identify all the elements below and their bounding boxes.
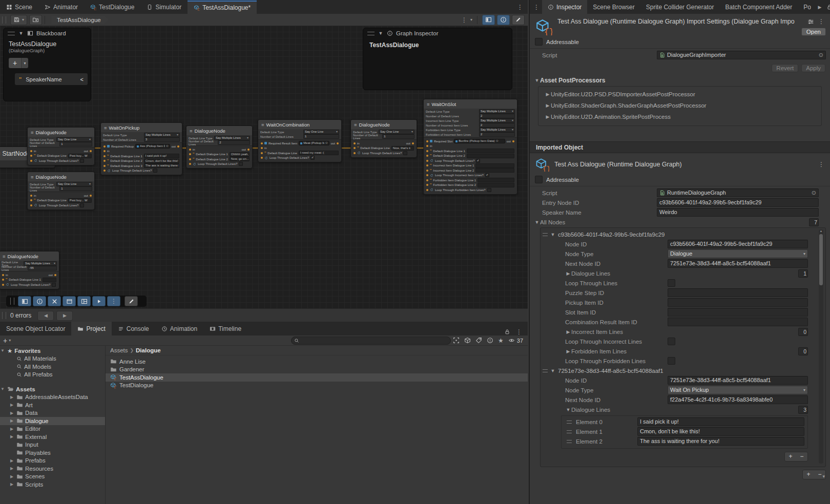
add-property-dropdown[interactable]: ▾ xyxy=(21,58,28,68)
dialogue-line-field[interactable] xyxy=(467,149,514,153)
prev-error-button[interactable]: ◀ xyxy=(37,311,54,321)
dialogue-line-field[interactable] xyxy=(478,183,514,187)
postprocessor-item[interactable]: ▶UnityEditor.U2D.PSD.PSDImporterAssetPos… xyxy=(538,89,821,100)
port-dot[interactable] xyxy=(426,140,428,142)
graph-canvas[interactable]: ≡StartNode SpeakerNameout≡DialogueNodeDe… xyxy=(0,26,528,308)
checkbox[interactable] xyxy=(668,338,675,345)
node-group-header[interactable]: ▼c93b5606-401f-49a2-99b5-9ecbf1fa9c29 xyxy=(541,229,812,239)
next-error-button[interactable]: ▶ xyxy=(56,311,73,321)
dialogue-line-field[interactable]: I need my meat :( xyxy=(299,151,339,155)
tab-scene[interactable]: Scene xyxy=(0,1,38,14)
out-port[interactable] xyxy=(412,142,414,144)
graph-tool-layout-button[interactable] xyxy=(77,296,91,306)
port-dot[interactable] xyxy=(426,189,428,191)
node-prop-dropdown[interactable]: Say One Line▾ xyxy=(56,182,92,186)
window-more-menu-icon[interactable]: ⋮ xyxy=(515,4,525,11)
drag-handle-icon[interactable] xyxy=(8,32,15,35)
node-prop-dropdown[interactable]: Say Multiple Lines▾ xyxy=(24,261,57,266)
tree-item-all-prefabs[interactable]: All Prefabs xyxy=(0,371,105,379)
text-field[interactable] xyxy=(668,318,808,326)
dialogue-line-field[interactable] xyxy=(478,178,514,182)
tab-animator[interactable]: Animator xyxy=(38,1,84,14)
in-port[interactable] xyxy=(30,150,32,152)
in-port[interactable] xyxy=(426,145,428,147)
addressable-checkbox[interactable] xyxy=(535,176,543,183)
tab-animation[interactable]: Animation xyxy=(155,322,203,335)
inspector-lock-icon[interactable] xyxy=(826,4,830,10)
node-prop-dropdown[interactable]: Say Multiple Lines▾ xyxy=(479,109,515,114)
graph-node-waitonslot-7[interactable]: ≡WaitOnSlotDefault Line TypeSay Multiple… xyxy=(423,99,517,195)
graph-node-dialoguenode-3[interactable]: ≡DialogueNodeDefault Line TypeSay One Li… xyxy=(27,172,95,210)
port-dot[interactable] xyxy=(189,153,191,155)
port-dot[interactable] xyxy=(354,152,356,154)
tree-folder-prefabs[interactable]: ▶Prefabs xyxy=(0,457,105,465)
graph-tool-windowicon-button[interactable] xyxy=(63,296,76,306)
port-dot[interactable] xyxy=(103,165,106,167)
text-field[interactable]: 7251e73e-38d3-44ff-a8c5-bcf54088aaf1 xyxy=(668,376,808,385)
collapse-arrow-icon[interactable]: ▼ xyxy=(18,31,24,36)
dropdown-field[interactable]: Dialogue▾ xyxy=(668,249,808,258)
foldout-arrow-icon[interactable]: ▶ xyxy=(9,434,14,439)
out-port[interactable] xyxy=(54,274,56,276)
foldout-arrow-icon[interactable]: ▼ xyxy=(550,368,556,373)
node-prop-field[interactable]: 1 xyxy=(59,142,92,146)
tree-folder-playables[interactable]: Playables xyxy=(0,449,105,457)
create-asset-dropdown[interactable]: ▾ xyxy=(9,338,11,343)
text-field[interactable] xyxy=(668,308,808,317)
save-graph-button[interactable]: ▾ xyxy=(10,15,27,25)
file-item-anne-lise[interactable]: Anne Lise xyxy=(106,358,528,366)
count-badge[interactable]: 3 xyxy=(798,406,808,414)
text-field[interactable] xyxy=(668,288,808,297)
tab-testassdialogue[interactable]: {}TestAssDialogue* xyxy=(188,1,257,14)
foldout-arrow-icon[interactable]: ▶ xyxy=(9,458,14,463)
drag-handle-icon[interactable] xyxy=(567,440,572,443)
apply-button[interactable]: Apply xyxy=(801,64,825,72)
text-field[interactable] xyxy=(668,298,808,307)
favorite-star-icon[interactable]: ★ xyxy=(498,337,504,344)
tree-folder-scenes[interactable]: ▶Scenes xyxy=(0,473,105,481)
text-field[interactable]: RuntimeDialogueGraph⊙ xyxy=(657,188,819,197)
foldout-arrow-icon[interactable]: ▼ xyxy=(0,387,5,391)
open-button[interactable]: Open xyxy=(801,28,826,36)
port-dot[interactable] xyxy=(2,284,4,286)
foldout-arrow-icon[interactable]: ▶ xyxy=(545,103,551,108)
dialogue-line-field[interactable] xyxy=(475,163,514,168)
tab-testdialogue[interactable]: {}TestDialogue xyxy=(84,1,140,14)
tab-scene-browser[interactable]: Scene Browser xyxy=(587,0,640,14)
tree-folder-art[interactable]: ▶Art xyxy=(0,401,105,409)
loop-checkbox[interactable]: ✓ xyxy=(476,159,480,163)
text-field[interactable]: 7251e73e-38d3-44ff-a8c5-bcf54088aaf1 xyxy=(668,259,808,268)
foldout-arrow-icon[interactable]: ▶ xyxy=(565,271,571,276)
dialogue-line-field[interactable]: Nice, that's it xyxy=(391,146,414,151)
postprocessor-item[interactable]: ▶UnityEditor.U2D.Animation.SpritePostPro… xyxy=(538,111,821,122)
port-dot[interactable] xyxy=(189,158,191,160)
label-filter-icon[interactable] xyxy=(475,337,482,344)
graph-node-dialoguenode-4[interactable]: ≡DialogueNodeDefault Line TypeSay Multip… xyxy=(186,125,253,169)
postprocessor-item[interactable]: ▶UnityEditor.ShaderGraph.ShaderGraphAsse… xyxy=(538,100,821,111)
tree-folder-scripts[interactable]: ▶Scripts xyxy=(0,480,105,489)
tab-scene-object-locator[interactable]: Scene Object Locator xyxy=(0,322,71,335)
checkbox[interactable] xyxy=(668,357,675,365)
foldout-arrow-icon[interactable]: ▶ xyxy=(9,474,14,479)
tree-folder-external[interactable]: ▶External xyxy=(0,433,105,441)
file-item-testassdialogue[interactable]: {}TestAssDialogue xyxy=(106,373,528,382)
foldout-arrow-icon[interactable]: ▶ xyxy=(9,418,14,423)
tree-favorites-root[interactable]: ▼★Favorites xyxy=(0,347,105,355)
element-text-field[interactable]: Cmon, don't be like this! xyxy=(637,427,804,436)
project-search-input[interactable] xyxy=(291,337,451,345)
node-prop-field[interactable]: 2 xyxy=(218,140,250,145)
element-text-field[interactable]: The ass is waiting there for you! xyxy=(637,437,804,446)
in-port[interactable] xyxy=(30,195,32,197)
tree-folder-addressableassetsdata[interactable]: ▶AddressableAssetsData xyxy=(0,393,105,402)
tab-timeline[interactable]: Timeline xyxy=(203,322,247,335)
port-dot[interactable] xyxy=(30,204,32,206)
errorbar-drag-handle[interactable] xyxy=(2,312,6,319)
blackboard-field-speakername[interactable]: ''SpeakerName< xyxy=(15,73,88,85)
node-prop-dropdown[interactable]: Say Multiple Lines▾ xyxy=(479,128,515,132)
text-field[interactable]: c93b5606-401f-49a2-99b5-9ecbf1fa9c29 xyxy=(657,198,819,207)
port-dot[interactable] xyxy=(261,157,263,159)
file-item-gardener[interactable]: Gardener xyxy=(106,366,528,374)
node-prop-field[interactable]: 3 xyxy=(144,137,180,142)
graph-tool-info-button[interactable] xyxy=(33,296,46,306)
object-field[interactable]: Ass (Pickup Item Data)⊙ xyxy=(135,144,170,149)
